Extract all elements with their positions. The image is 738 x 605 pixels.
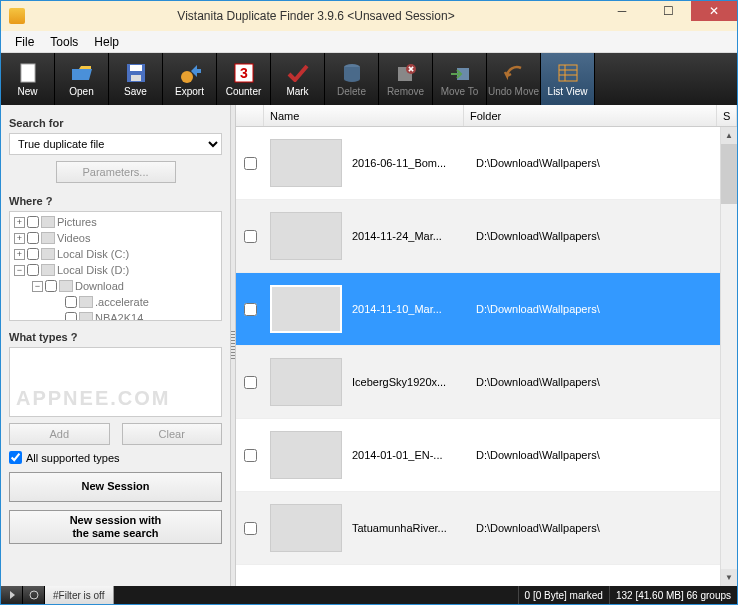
table-row[interactable]: 2016-06-11_Bom...D:\Download\Wallpapers\ (236, 127, 737, 200)
all-types-checkbox[interactable] (9, 451, 22, 464)
new-session-button[interactable]: New Session (9, 472, 222, 502)
open-icon (70, 62, 94, 84)
row-checkbox[interactable] (244, 303, 257, 316)
folder-tree[interactable]: +Pictures+Videos+Local Disk (C:)−Local D… (9, 211, 222, 321)
new-session-same-button[interactable]: New session with the same search (9, 510, 222, 544)
file-folder: D:\Download\Wallpapers\ (468, 449, 737, 461)
toolbar-export[interactable]: Export (163, 53, 217, 105)
save-icon (124, 62, 148, 84)
menu-help[interactable]: Help (86, 35, 127, 49)
toolbar-delete[interactable]: Delete (325, 53, 379, 105)
tree-item[interactable]: +Videos (12, 230, 219, 246)
tree-item[interactable]: NBA2K14 (12, 310, 219, 321)
file-folder: D:\Download\Wallpapers\ (468, 303, 737, 315)
app-icon (9, 8, 25, 24)
filter-status[interactable]: #Filter is off (45, 586, 114, 604)
col-folder[interactable]: Folder (464, 105, 717, 126)
results-list[interactable]: 2016-06-11_Bom...D:\Download\Wallpapers\… (236, 127, 737, 586)
export-icon (178, 62, 202, 84)
results-pane: Name Folder S 2016-06-11_Bom...D:\Downlo… (236, 105, 737, 586)
thumbnail (270, 358, 342, 406)
clear-button[interactable]: Clear (122, 423, 223, 445)
toolbar-remove[interactable]: Remove (379, 53, 433, 105)
table-row[interactable]: 2014-11-10_Mar...D:\Download\Wallpapers\ (236, 273, 737, 346)
table-row[interactable]: TatuamunhaRiver...D:\Download\Wallpapers… (236, 492, 737, 565)
row-checkbox[interactable] (244, 157, 257, 170)
toolbar-undo[interactable]: Undo Move (487, 53, 541, 105)
tree-item[interactable]: −Local Disk (D:) (12, 262, 219, 278)
svg-point-15 (30, 591, 38, 599)
sidebar: Search for True duplicate file Parameter… (1, 105, 230, 586)
tree-item[interactable]: +Local Disk (C:) (12, 246, 219, 262)
thumbnail (270, 504, 342, 552)
toolbar-moveto[interactable]: Move To (433, 53, 487, 105)
where-label: Where ? (9, 195, 222, 207)
groups-status: 132 [41.60 MB] 66 groups (609, 586, 737, 604)
undo-icon (502, 62, 526, 84)
table-row[interactable]: IcebergSky1920x...D:\Download\Wallpapers… (236, 346, 737, 419)
toolbar-listview[interactable]: List View (541, 53, 595, 105)
moveto-icon (448, 62, 472, 84)
vertical-scrollbar[interactable]: ▲ ▼ (720, 127, 737, 586)
tree-item[interactable]: −Download (12, 278, 219, 294)
minimize-button[interactable]: ─ (599, 1, 645, 21)
toolbar-save[interactable]: Save (109, 53, 163, 105)
file-folder: D:\Download\Wallpapers\ (468, 230, 737, 242)
status-btn-1[interactable] (1, 586, 23, 604)
file-name: 2014-01-01_EN-... (348, 449, 468, 461)
file-name: 2016-06-11_Bom... (348, 157, 468, 169)
row-checkbox[interactable] (244, 376, 257, 389)
tree-item[interactable]: .accelerate (12, 294, 219, 310)
new-icon (16, 62, 40, 84)
toolbar-open[interactable]: Open (55, 53, 109, 105)
delete-icon (340, 62, 364, 84)
thumbnail (270, 431, 342, 479)
toolbar-mark[interactable]: Mark (271, 53, 325, 105)
titlebar: Vistanita Duplicate Finder 3.9.6 <Unsave… (1, 1, 737, 31)
statusbar: #Filter is off 0 [0 Byte] marked 132 [41… (1, 586, 737, 604)
scroll-thumb[interactable] (721, 144, 737, 204)
column-header: Name Folder S (236, 105, 737, 127)
types-box[interactable]: APPNEE.COM (9, 347, 222, 417)
search-for-label: Search for (9, 117, 222, 129)
file-name: 2014-11-10_Mar... (348, 303, 468, 315)
add-button[interactable]: Add (9, 423, 110, 445)
row-checkbox[interactable] (244, 230, 257, 243)
thumbnail (270, 212, 342, 260)
file-folder: D:\Download\Wallpapers\ (468, 376, 737, 388)
counter-icon: 3 (232, 62, 256, 84)
toolbar-new[interactable]: New (1, 53, 55, 105)
mark-icon (286, 62, 310, 84)
table-row[interactable]: 2014-01-01_EN-...D:\Download\Wallpapers\ (236, 419, 737, 492)
thumbnail (270, 285, 342, 333)
scroll-up[interactable]: ▲ (721, 127, 737, 144)
file-name: IcebergSky1920x... (348, 376, 468, 388)
remove-icon (394, 62, 418, 84)
scroll-down[interactable]: ▼ (721, 569, 737, 586)
toolbar: New Open Save Export 3Counter Mark Delet… (1, 53, 737, 105)
file-name: TatuamunhaRiver... (348, 522, 468, 534)
svg-rect-11 (559, 65, 577, 81)
menu-tools[interactable]: Tools (42, 35, 86, 49)
row-checkbox[interactable] (244, 449, 257, 462)
row-checkbox[interactable] (244, 522, 257, 535)
search-for-combo[interactable]: True duplicate file (9, 133, 222, 155)
toolbar-counter[interactable]: 3Counter (217, 53, 271, 105)
menu-file[interactable]: File (7, 35, 42, 49)
status-btn-2[interactable] (23, 586, 45, 604)
tree-item[interactable]: +Pictures (12, 214, 219, 230)
close-button[interactable]: ✕ (691, 1, 737, 21)
menubar: File Tools Help (1, 31, 737, 53)
what-types-label: What types ? (9, 331, 222, 343)
col-name[interactable]: Name (264, 105, 464, 126)
svg-text:3: 3 (240, 65, 248, 81)
svg-rect-0 (21, 64, 35, 82)
table-row[interactable]: 2014-11-24_Mar...D:\Download\Wallpapers\ (236, 200, 737, 273)
all-types-label: All supported types (26, 452, 120, 464)
parameters-button[interactable]: Parameters... (56, 161, 176, 183)
file-folder: D:\Download\Wallpapers\ (468, 522, 737, 534)
col-check[interactable] (236, 105, 264, 126)
svg-point-4 (181, 71, 193, 83)
col-size[interactable]: S (717, 105, 737, 126)
maximize-button[interactable]: ☐ (645, 1, 691, 21)
